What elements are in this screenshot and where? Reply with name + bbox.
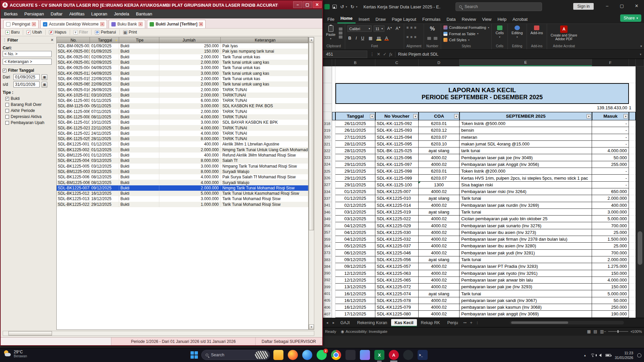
- table-row[interactable]: SDL-BK1225-01216/12/2025Bukti5.000.000Ta…: [57, 191, 308, 196]
- font-color-icon[interactable]: A: [384, 36, 388, 41]
- decimal-icon[interactable]: [434, 37, 437, 40]
- tipe-option-pembayaran-upah[interactable]: Pembayaran Upah: [5, 120, 54, 125]
- cell-masuk[interactable]: 150.000: [592, 284, 629, 290]
- filter-dropdown-icon[interactable]: ▾: [454, 114, 459, 118]
- tab-buku-bank[interactable]: Buku Bank✕: [109, 20, 145, 28]
- row-header[interactable]: 318: [322, 120, 332, 127]
- cell-coa[interactable]: 4000.02: [419, 270, 460, 277]
- chrome-taskbar-icon[interactable]: [331, 350, 341, 360]
- cell-tanggal[interactable]: 04/12/2025: [335, 229, 375, 236]
- table-row[interactable]: SDL-BK-1125-02122/11/2025Bukti4.000.000T…: [57, 125, 308, 130]
- excel-taskbar-icon[interactable]: X: [374, 350, 384, 360]
- photos-taskbar-icon[interactable]: [360, 350, 370, 360]
- cell-voucher[interactable]: SDL-KK-1125-093: [375, 127, 419, 134]
- cell-tanggal[interactable]: 04/12/2025: [335, 236, 375, 243]
- menu-berkas[interactable]: Berkas: [1, 11, 21, 16]
- sheet-tab-rekap-rk[interactable]: Rekap RK: [418, 319, 443, 326]
- cell-voucher[interactable]: SDL-KK1225-019: [375, 209, 419, 216]
- cell-description[interactable]: Pembayaran laser pak yudi (Inv 3281): [460, 250, 592, 256]
- cell-masuk[interactable]: -: [592, 182, 629, 188]
- cell-masuk[interactable]: -: [592, 120, 629, 127]
- cell-coa[interactable]: 4000.02: [419, 161, 460, 168]
- row-header[interactable]: 334: [322, 188, 332, 195]
- cell-masuk[interactable]: 250.000: [592, 304, 629, 311]
- cell-masuk[interactable]: 1.275.000: [592, 263, 629, 270]
- cell-coa[interactable]: 4000.02: [419, 277, 460, 284]
- cut-icon[interactable]: [339, 27, 342, 31]
- font-name-select[interactable]: Calibri▾: [347, 25, 372, 32]
- table-row[interactable]: SDL-BM1225-00101/12/2025Bukti400.000Refu…: [57, 153, 308, 158]
- ribbon-tab-review[interactable]: Review: [459, 15, 479, 23]
- zoom-slider[interactable]: [608, 331, 628, 332]
- tipe-option-bukti[interactable]: ✓Bukti: [5, 96, 54, 101]
- tipe-option-akhir-periode[interactable]: Akhir Periode: [5, 108, 54, 113]
- format-as-table-button[interactable]: Format as Table▾: [443, 32, 489, 36]
- cell-coa[interactable]: 6203.12: [419, 127, 460, 134]
- table-row[interactable]: SDL-BK1225-00101/12/2025Bukti400.000Akri…: [57, 141, 308, 147]
- accurate-close-button[interactable]: ✕: [313, 1, 322, 8]
- cell-tanggal[interactable]: 12/12/2025: [335, 270, 375, 277]
- row-header[interactable]: 319: [322, 127, 332, 134]
- cell-masuk[interactable]: 5.000.000: [592, 216, 629, 222]
- menu-daftar[interactable]: Daftar: [47, 11, 66, 16]
- tab-pengingat[interactable]: Pengingat✕: [3, 20, 39, 28]
- cell-description[interactable]: Tarik tunai: [460, 256, 592, 263]
- row-header[interactable]: 349: [322, 216, 332, 222]
- row-header[interactable]: 341: [322, 202, 332, 209]
- column-header-tipe[interactable]: Tipe: [119, 37, 159, 43]
- more-sheets-icon[interactable]: •••: [462, 321, 468, 324]
- cell-tanggal[interactable]: 29/11/2025: [335, 182, 375, 188]
- cell-tanggal[interactable]: 16/12/2025: [335, 290, 375, 297]
- cell-tanggal[interactable]: 26/11/2025: [335, 127, 375, 134]
- cell-description[interactable]: Pembayaran laser PT Pradia (Inv 3283): [460, 263, 592, 270]
- cell-voucher[interactable]: SDL-KK1225-065: [375, 277, 419, 284]
- cell-masuk[interactable]: -: [592, 127, 629, 134]
- edge-taskbar-icon[interactable]: [302, 350, 312, 360]
- sheet-tab-penju[interactable]: Penju: [444, 319, 462, 326]
- accurate-taskbar-icon[interactable]: A: [389, 350, 399, 360]
- cell-tanggal[interactable]: 05/12/2025: [335, 243, 375, 249]
- new-sheet-button[interactable]: +: [469, 320, 474, 325]
- expand-formula-bar-icon[interactable]: ▾: [640, 53, 641, 56]
- excel-minimize-button[interactable]: –: [600, 0, 614, 11]
- row-header[interactable]: 323: [322, 154, 332, 161]
- column-header-f[interactable]: F: [592, 59, 629, 66]
- cell-coa[interactable]: 4000.02: [419, 284, 460, 290]
- row-header[interactable]: 373: [322, 250, 332, 256]
- cell-masuk[interactable]: 255.000: [592, 161, 629, 168]
- cell-voucher[interactable]: SDL-KK1225-029: [375, 222, 419, 229]
- column-header-jumlah[interactable]: Jumlah: [159, 37, 221, 43]
- row-header[interactable]: 392: [322, 277, 332, 284]
- table-row[interactable]: SDL-BK1225-00608/12/2025Bukti4.000.000Pa…: [57, 174, 308, 180]
- table-row[interactable]: SDL-BK1225-01318/12/2025Bukti3.000.000Ta…: [57, 196, 308, 201]
- comma-style-icon[interactable]: [427, 37, 431, 40]
- grow-font-icon[interactable]: A▲: [386, 26, 393, 31]
- cell-masuk[interactable]: 4.000.000: [592, 277, 629, 284]
- cell-masuk[interactable]: 2.000.000: [592, 256, 629, 263]
- cell-voucher[interactable]: SDL-KK1225-078: [375, 297, 419, 304]
- cell-voucher[interactable]: SDL-KK-1125-095: [375, 141, 419, 147]
- table-row[interactable]: SDL-KK-1025-01303/10/2025Bukti2.000.000T…: [57, 93, 308, 98]
- cell-masuk[interactable]: 3.000.000: [592, 209, 629, 216]
- cell-tanggal[interactable]: 01/12/2025: [335, 188, 375, 195]
- cell-tanggal[interactable]: 29/11/2025: [335, 168, 375, 175]
- row-header[interactable]: [322, 83, 332, 104]
- cell-styles-button[interactable]: Cell Styles▾: [443, 38, 489, 42]
- select-all-corner[interactable]: [322, 59, 332, 66]
- row-header[interactable]: [322, 66, 332, 83]
- cell-coa[interactable]: 4000.02: [419, 311, 460, 317]
- cell-masuk[interactable]: -: [592, 134, 629, 141]
- tab-close-icon[interactable]: ✕: [100, 22, 104, 26]
- cell-tanggal[interactable]: 12/12/2025: [335, 277, 375, 284]
- menu-persiapan[interactable]: Persiapan: [21, 11, 47, 16]
- filter-dropdown-icon[interactable]: ▾: [587, 114, 591, 118]
- wifi-icon[interactable]: [590, 354, 595, 357]
- table-row[interactable]: SDL-BK1225-00201/12/2025Bukti2.000.000Nm…: [57, 147, 308, 153]
- accurate-vscroll-thumb[interactable]: [309, 43, 314, 230]
- adobe-pdf-button[interactable]: A Create and ShareAdobe PDF: [549, 25, 579, 41]
- row-header[interactable]: 405: [322, 297, 332, 304]
- sd-date-input[interactable]: 31/01/2026: [13, 81, 40, 87]
- table-row[interactable]: SDL-BK1225-00403/12/2025Bukti8.000.000Sa…: [57, 158, 308, 163]
- table-row[interactable]: SDL-BK-0925-01626/09/2025Bukti2.000.000T…: [57, 87, 308, 92]
- formula-content[interactable]: Riski Pinjem duit SDL: [398, 52, 438, 57]
